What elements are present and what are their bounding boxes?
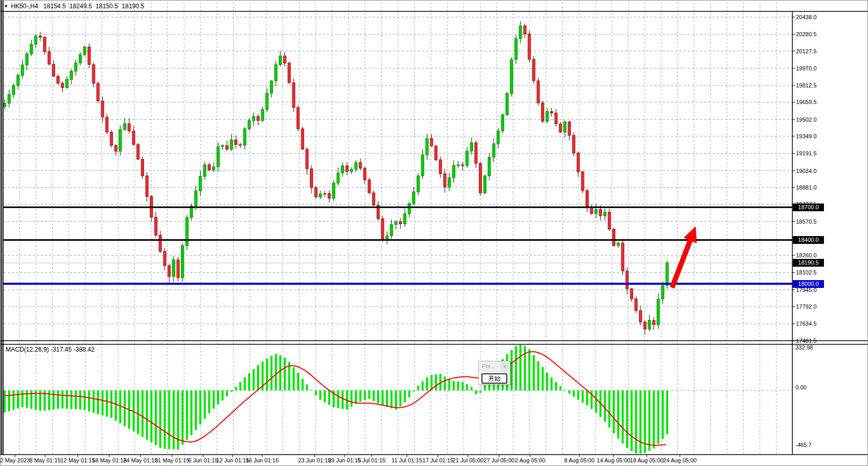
macd-axis-label: -465.7 [795, 442, 812, 448]
popup-titlebar[interactable]: Poi... x [479, 361, 510, 372]
price-axis-label: 19502.0 [796, 116, 817, 123]
time-axis-label: 16 Jun 01:15 [246, 457, 279, 463]
quote-high: 18249.5 [69, 3, 92, 10]
time-axis-label: 17 Jul 01:15 [422, 457, 453, 463]
time-axis-label: 24 May 01:15 [123, 457, 158, 463]
price-tag-18400.0: 18400.0 [793, 236, 824, 244]
time-axis-label: 23 Jun 01:15 [298, 457, 331, 463]
quote-open: 18154.5 [44, 3, 66, 10]
time-axis-label: 2 May 2023 [0, 457, 30, 463]
popup-title: Poi... [482, 363, 495, 369]
time-axis-label: 31 May 01:15 [155, 457, 190, 463]
time-axis-label: 11 Jul 01:15 [391, 457, 422, 463]
symbol-dropdown-icon[interactable]: ▼ [4, 4, 8, 9]
price-axis-label: 19812.5 [796, 82, 817, 89]
time-axis-label: 24 Aug 05:00 [663, 457, 697, 463]
price-tag-18000.0: 18000.0 [793, 280, 824, 288]
price-tag-18190.5: 18190.5 [793, 259, 824, 267]
price-axis-label: 18881.0 [796, 184, 817, 191]
time-axis-label: 8 Aug 05:00 [564, 457, 595, 463]
price-axis-label: 19349.0 [796, 133, 817, 139]
price-axis-label: 18102.5 [796, 269, 817, 275]
price-axis-label: 20438.0 [796, 14, 817, 20]
time-axis-label: 29 Jun 01:15 [328, 457, 361, 463]
time-axis-label: 6 Jun 01:15 [188, 457, 218, 463]
time-axis-label: 2 Aug 05:00 [515, 457, 546, 463]
time-axis-label: 12 May 01:15 [61, 457, 95, 463]
time-axis-label: 21 Jul 05:00 [452, 457, 483, 463]
price-axis-label: 18570.5 [796, 219, 817, 225]
price-axis-label: 19970.0 [796, 65, 817, 71]
quote-low: 18150.5 [95, 3, 118, 10]
time-axis-label: 18 May 01:15 [92, 457, 127, 463]
price-tag-18700.0: 18700.0 [793, 203, 824, 211]
price-axis-label: 19034.0 [796, 168, 817, 174]
macd-histogram [4, 345, 668, 454]
time-axis-label: 5 Jul 01:15 [358, 457, 386, 463]
grid [4, 3, 792, 454]
macd-signal-line [5, 352, 666, 445]
price-axis-label: 17634.5 [796, 321, 817, 327]
symbol-timeframe: HK50-,H4 [11, 3, 38, 10]
close-icon[interactable]: x [501, 362, 509, 371]
macd-axis-label: 332.98 [795, 344, 813, 351]
quote-close: 18190.5 [122, 3, 144, 10]
quote-line[interactable]: ▼ HK50-,H4 18154.5 18249.5 18150.5 18190… [4, 2, 148, 10]
time-axis-label: 27 Jul 05:00 [483, 457, 515, 463]
script-popup: Poi... x 开始 [478, 361, 510, 385]
price-axis-label: 20127.5 [796, 48, 817, 54]
time-axis-label: 8 May 01:15 [30, 457, 61, 463]
price-axis-label: 17792.0 [796, 303, 817, 310]
price-axis-label: 19191.5 [796, 150, 817, 156]
trend-arrow[interactable] [670, 227, 696, 288]
panel-borders [1, 1, 868, 457]
indicator-label: MACD(12,26,9) -317.45 -388.42 [6, 346, 94, 353]
time-axis-label: 12 Jun 01:15 [216, 457, 249, 463]
price-axis-label: 20280.5 [796, 31, 817, 37]
price-axis-label: 17481.5 [796, 338, 817, 344]
start-button[interactable]: 开始 [481, 373, 507, 384]
price-axis-label: 18260.0 [796, 252, 817, 258]
chart-canvas[interactable] [1, 1, 868, 466]
time-axis-label: 14 Aug 05:00 [597, 457, 631, 463]
chart-window: ▼ HK50-,H4 18154.5 18249.5 18150.5 18190… [0, 0, 868, 466]
time-axis-label: 18 Aug 05:00 [630, 457, 664, 463]
price-axis-label: 19659.5 [796, 99, 817, 105]
macd-axis-label: 0.00 [795, 384, 806, 390]
